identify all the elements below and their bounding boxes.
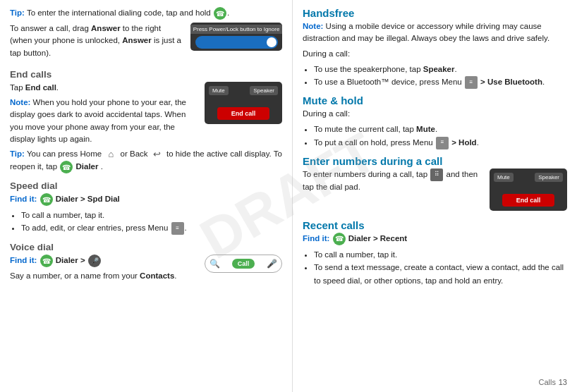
voice-find-text: Dialer > — [56, 256, 87, 264]
dialer-label-tip2: Dialer — [76, 162, 99, 171]
phone-icon-tip1: ☎ — [214, 7, 226, 20]
dialer-icon-recent: ☎ — [333, 233, 346, 245]
end-call-image: Mute Speaker End call — [205, 82, 282, 124]
dialer-icon-tip2: ☎ — [60, 161, 73, 173]
mute-during: During a call: — [303, 108, 567, 120]
voice-dial-image: 🔍 Call 🎤 — [205, 255, 282, 273]
end-call-button-img: End call — [217, 107, 270, 120]
search-icon: 🔍 — [209, 259, 220, 269]
answer-call-section: Press Power/Lock button to Ignore To ans… — [10, 23, 282, 62]
speed-dial-list: To call a number, tap it. To add, edit, … — [21, 209, 282, 235]
note-text: When you hold your phone to your ear, th… — [10, 98, 186, 143]
tip2-paragraph: Tip: You can press Home ⌂ or Back ↩ to h… — [10, 148, 282, 173]
recent-find: Find it: ☎ Dialer > Recent — [303, 233, 567, 245]
footer-section: Calls — [539, 378, 556, 386]
slide-to-answer-bar — [195, 36, 278, 49]
note-label: Note: — [10, 98, 30, 106]
list-item: To use the speakerphone, tap Speaker. — [314, 63, 567, 75]
mute-hold-title: Mute & hold — [303, 94, 567, 106]
mic-icon: 🎤 — [267, 259, 277, 269]
back-icon: ↩ — [151, 148, 164, 161]
end-calls-title: End calls — [10, 69, 282, 80]
end-call-button-img2: End call — [502, 194, 555, 207]
handsfree-note-label: Note: — [303, 22, 323, 30]
page-number: 13 — [559, 378, 567, 386]
voice-icon2: 🎤 — [88, 255, 101, 267]
mute-bold: Mute — [416, 125, 435, 133]
power-button-image: Press Power/Lock button to Ignore — [190, 23, 282, 51]
recent-find-label: Find it: — [303, 234, 329, 243]
speaker-button-img: Speaker — [250, 86, 278, 95]
footer-label: Calls — [539, 378, 556, 386]
handsfree-title: Handsfree — [303, 7, 567, 19]
left-column: Tip: To enter the international dialing … — [0, 0, 293, 392]
list-item: To send a text message, create a contact… — [314, 261, 567, 287]
recent-list: To call a number, tap it. To send a text… — [314, 248, 567, 287]
slider-circle — [267, 37, 277, 47]
end-call-top-row: Mute Speaker — [209, 86, 278, 95]
voice-dial-section: 🔍 Call 🎤 Find it: ☎ Dialer > 🎤 Say a num… — [10, 255, 282, 285]
handsfree-note: Note: Using a mobile device or accessory… — [303, 20, 567, 45]
speed-find-label: Find it: — [10, 195, 37, 203]
speed-find: Find it: ☎ Dialer > Spd Dial — [10, 193, 282, 206]
enter-numbers-section: Mute Speaker End call To enter numbers d… — [303, 169, 567, 214]
list-item: To use a Bluetooth™ device, press Menu ≡… — [314, 75, 567, 89]
hold-bold: > Hold — [451, 138, 476, 147]
menu-icon-speed: ≡ — [171, 222, 184, 235]
speed-find-text: Dialer > Spd Dial — [56, 195, 120, 203]
voice-dial-title: Voice dial — [10, 242, 282, 252]
grid-icon: ⠿ — [430, 169, 443, 181]
list-item: To call a number, tap it. — [21, 209, 282, 221]
tip2-text: You can press Home — [27, 149, 104, 158]
menu-icon-bluetooth: ≡ — [465, 76, 478, 89]
handsfree-during: During a call: — [303, 48, 567, 60]
tip2-end: . — [101, 162, 103, 171]
use-bluetooth-bold: > Use Bluetooth — [480, 78, 542, 86]
list-item: To put a call on hold, press Menu ≡ > Ho… — [314, 136, 567, 149]
handsfree-note-text: Using a mobile device or accessory while… — [303, 22, 549, 42]
tip1-label: Tip: — [10, 8, 25, 17]
tip1-text: To enter the international dialing code,… — [27, 8, 213, 17]
dialer-icon-speed: ☎ — [40, 193, 53, 206]
tip2-text2: or Back — [121, 149, 150, 158]
mute-button-img: Mute — [209, 86, 229, 95]
mute-button-img2: Mute — [494, 173, 514, 182]
recent-find-text: Dialer > Recent — [348, 234, 407, 243]
enter-numbers-image: Mute Speaker End call — [490, 169, 567, 211]
dialer-icon-voice: ☎ — [40, 255, 53, 267]
enter-end-call-top-row: Mute Speaker — [494, 173, 563, 182]
speaker-button-img2: Speaker — [535, 173, 563, 182]
power-button-label: Press Power/Lock button to Ignore — [190, 25, 282, 34]
recent-calls-title: Recent calls — [303, 219, 567, 231]
mute-list: To mute the current call, tap Mute. To p… — [314, 123, 567, 149]
menu-icon-hold: ≡ — [436, 137, 449, 149]
list-item: To add, edit, or clear entries, press Me… — [21, 221, 282, 235]
voice-find-label: Find it: — [10, 256, 37, 264]
contacts-bold: Contacts — [140, 271, 174, 280]
right-column: Handsfree Note: Using a mobile device or… — [293, 0, 577, 392]
end-call-bold: End call — [25, 83, 56, 92]
call-pill: Call — [232, 259, 255, 269]
handsfree-list: To use the speakerphone, tap Speaker. To… — [314, 63, 567, 89]
tip2-label: Tip: — [10, 149, 25, 158]
list-item: To call a number, tap it. — [314, 248, 567, 261]
speed-dial-title: Speed dial — [10, 180, 282, 191]
speaker-bold: Speaker — [423, 65, 455, 73]
tip1-paragraph: Tip: To enter the international dialing … — [10, 7, 282, 20]
list-item: To mute the current call, tap Mute. — [314, 123, 567, 135]
enter-numbers-title: Enter numbers during a call — [303, 155, 567, 167]
answer-bold1: Answer — [91, 24, 121, 32]
end-calls-section: Mute Speaker End call Tap End call. Note… — [10, 82, 282, 148]
home-icon: ⌂ — [104, 148, 117, 161]
answer-bold2: Answer — [122, 36, 152, 44]
